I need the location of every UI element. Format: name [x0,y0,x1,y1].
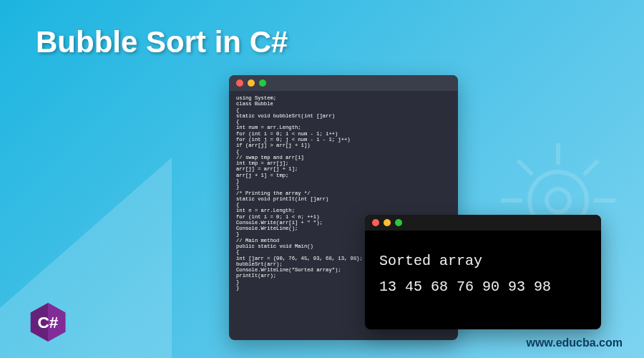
csharp-logo-icon: C# [29,301,67,344]
svg-text:C#: C# [38,313,59,332]
maximize-icon [395,219,402,226]
window-titlebar [229,75,458,91]
minimize-icon [248,79,255,87]
minimize-icon [384,219,391,226]
close-icon [372,219,379,226]
close-icon [236,79,243,87]
terminal-output: Sorted array 13 45 68 76 90 93 98 [365,231,601,318]
output-heading: Sorted array [379,248,587,274]
terminal-output-window: Sorted array 13 45 68 76 90 93 98 [365,215,601,329]
website-url: www.educba.com [526,337,623,349]
maximize-icon [259,79,266,87]
window-titlebar [365,215,601,231]
page-title: Bubble Sort in C# [36,25,288,59]
output-values: 13 45 68 76 90 93 98 [379,274,587,300]
diagonal-background-shape [0,158,172,358]
svg-point-1 [547,189,570,212]
